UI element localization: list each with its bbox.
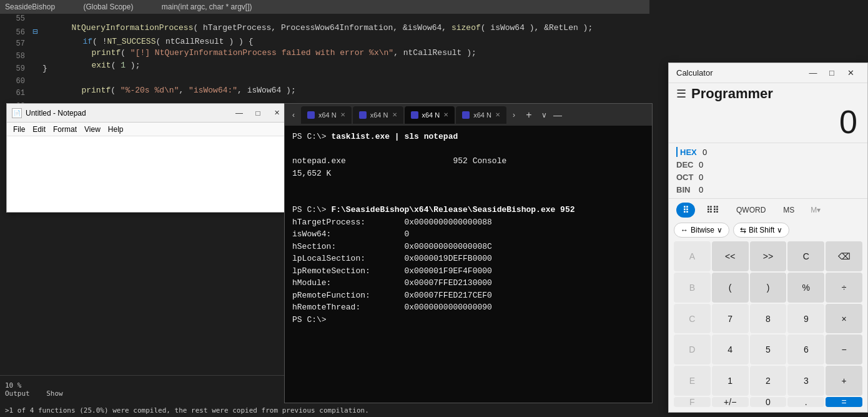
calc-key-lparen[interactable]: ( (712, 273, 749, 303)
notepad-menu-format[interactable]: Format (49, 125, 81, 134)
calc-key-divide[interactable]: ÷ (826, 273, 862, 303)
calc-hex-label[interactable]: HEX (680, 148, 703, 157)
calc-bitshift-chevron: ∨ (777, 226, 782, 234)
terminal-tab-3[interactable]: x64 N ✕ (405, 106, 455, 124)
terminal-tab-close[interactable]: ✕ (340, 111, 345, 118)
calc-key-F[interactable]: F (674, 397, 711, 407)
calc-key-rparen[interactable]: ) (750, 273, 787, 303)
calc-key-B[interactable]: B (674, 273, 711, 303)
calc-key-E[interactable]: E (674, 366, 711, 396)
term-line-blank1 (292, 143, 644, 156)
term-line-1: PS C:\> tasklist.exe | sls notepad (292, 131, 644, 143)
term-line-15: hRemoteThread: 0x0000000000000090 (292, 301, 644, 314)
line-number: 55 (2, 14, 25, 23)
calc-close-button[interactable]: ✕ (841, 66, 860, 81)
terminal-tab-close[interactable]: ✕ (495, 111, 500, 118)
terminal-tab-close[interactable]: ✕ (392, 111, 397, 118)
terminal-tab-4[interactable]: x64 N ✕ (456, 106, 506, 124)
terminal-tab-2[interactable]: x64 N ✕ (353, 106, 403, 124)
terminal-nav-right[interactable]: › (508, 109, 520, 121)
calc-key-minus[interactable]: − (826, 334, 862, 364)
terminal-tab-1[interactable]: x64 N ✕ (301, 106, 352, 124)
notepad-window-controls: — □ ✕ (231, 107, 285, 119)
calc-key-lshift[interactable]: << (712, 241, 749, 271)
calc-bitshift-func-button[interactable]: ⇆ Bit Shift ∨ (733, 223, 789, 238)
term-line-8: hTargetProcess: 0x0000000000000088 (292, 216, 644, 229)
notepad-minimize-button[interactable]: — (231, 107, 247, 119)
calc-key-1[interactable]: 1 (712, 366, 749, 396)
calc-key-decimal[interactable]: . (787, 397, 824, 407)
term-line-blank3 (292, 192, 644, 204)
terminal-collapse[interactable]: ∨ (538, 109, 550, 121)
notepad-title: Untitled - Notepad (26, 109, 231, 118)
calc-hex-row: HEX 0 (676, 146, 860, 158)
collapse-icon[interactable]: ⊟ (32, 26, 44, 37)
calc-key-6[interactable]: 6 (787, 334, 824, 364)
notepad-textarea[interactable] (7, 136, 290, 212)
calc-dec-value: 0 (699, 160, 703, 169)
calc-key-C[interactable]: C (674, 304, 711, 334)
terminal-tab-icon (359, 111, 367, 119)
notepad-menu-help[interactable]: Help (104, 125, 127, 134)
notepad-menu-edit[interactable]: Edit (29, 125, 49, 134)
calc-key-rshift[interactable]: >> (750, 241, 787, 271)
terminal-tabbar: ‹ x64 N ✕ x64 N ✕ x64 N ✕ x64 N ✕ › + ∨ … (285, 104, 652, 126)
calc-key-4[interactable]: 4 (712, 334, 749, 364)
calc-oct-label[interactable]: OCT (676, 173, 699, 182)
calc-key-backspace[interactable]: ⌫ (826, 241, 862, 271)
calc-bin-label[interactable]: BIN (676, 185, 699, 194)
calc-key-8[interactable]: 8 (750, 304, 787, 334)
calc-bitops-mode-button[interactable]: ⠿⠿ (700, 203, 725, 218)
term-line-14: pRemoteFunction: 0x00007FFED217CEF0 (292, 289, 644, 302)
calc-key-3[interactable]: 3 (787, 366, 824, 396)
calc-ms-button[interactable]: MS (777, 203, 801, 217)
calc-bitwise-func-button[interactable]: ↔ Bitwise ∨ (674, 223, 729, 238)
line-code: } (32, 64, 47, 73)
calc-key-clear[interactable]: C (787, 241, 824, 271)
notepad-menu-file[interactable]: File (9, 125, 29, 134)
term-line-16: PS C:\> (292, 314, 644, 326)
terminal-tab-close[interactable]: ✕ (443, 111, 448, 118)
calc-dec-label[interactable]: DEC (676, 160, 699, 169)
terminal-close-panel[interactable]: — (551, 109, 564, 121)
terminal-tab-icon (307, 111, 315, 119)
calc-bin-value: 0 (699, 185, 703, 194)
terminal-content-area[interactable]: PS C:\> tasklist.exe | sls notepad notep… (285, 126, 652, 403)
line-number: 59 (2, 64, 25, 73)
notepad-menubar: File Edit Format View Help (7, 123, 290, 136)
calc-minimize-button[interactable]: — (804, 66, 822, 81)
terminal-add-tab[interactable]: + (521, 108, 536, 123)
calc-key-plus[interactable]: + (826, 366, 862, 396)
notepad-text-area[interactable] (7, 136, 290, 212)
notepad-app-icon: 📄 (12, 108, 22, 118)
calc-keypad: A << >> C ⌫ B ( ) % ÷ C 7 8 9 × D 4 5 6 … (669, 239, 867, 412)
term-line-9: isWow64: 0 (292, 228, 644, 241)
calc-m-button[interactable]: M▾ (806, 203, 826, 217)
calc-maximize-button[interactable]: □ (822, 66, 841, 81)
calc-bitops-icon: ⠿⠿ (706, 205, 719, 215)
terminal-nav-left[interactable]: ‹ (287, 109, 300, 121)
calc-key-multiply[interactable]: × (826, 304, 862, 334)
notepad-close-button[interactable]: ✕ (269, 107, 285, 119)
calc-key-equals[interactable]: = (826, 397, 862, 407)
calc-key-0[interactable]: 0 (750, 397, 787, 407)
calc-key-7[interactable]: 7 (712, 304, 749, 334)
calc-key-A[interactable]: A (674, 241, 711, 271)
calc-menu-icon[interactable]: ☰ (676, 87, 686, 101)
calc-bitwise-mode-button[interactable]: ⠿ (676, 203, 695, 218)
calc-qword-button[interactable]: QWORD (730, 203, 772, 217)
calc-display-number: 0 (679, 104, 857, 140)
term-line-blank2 (292, 179, 644, 192)
line-number: 61 (2, 89, 25, 98)
notepad-maximize-button[interactable]: □ (250, 107, 266, 119)
calc-bin-row: BIN 0 (676, 183, 860, 196)
vscode-titlebar-sep (65, 3, 73, 11)
calc-mode-title: Programmer (691, 86, 773, 102)
notepad-menu-view[interactable]: View (81, 125, 104, 134)
calc-key-percent[interactable]: % (787, 273, 824, 303)
calc-key-9[interactable]: 9 (787, 304, 824, 334)
calc-key-D[interactable]: D (674, 334, 711, 364)
calc-key-5[interactable]: 5 (750, 334, 787, 364)
calc-key-negate[interactable]: +/− (712, 397, 749, 407)
calc-key-2[interactable]: 2 (750, 366, 787, 396)
